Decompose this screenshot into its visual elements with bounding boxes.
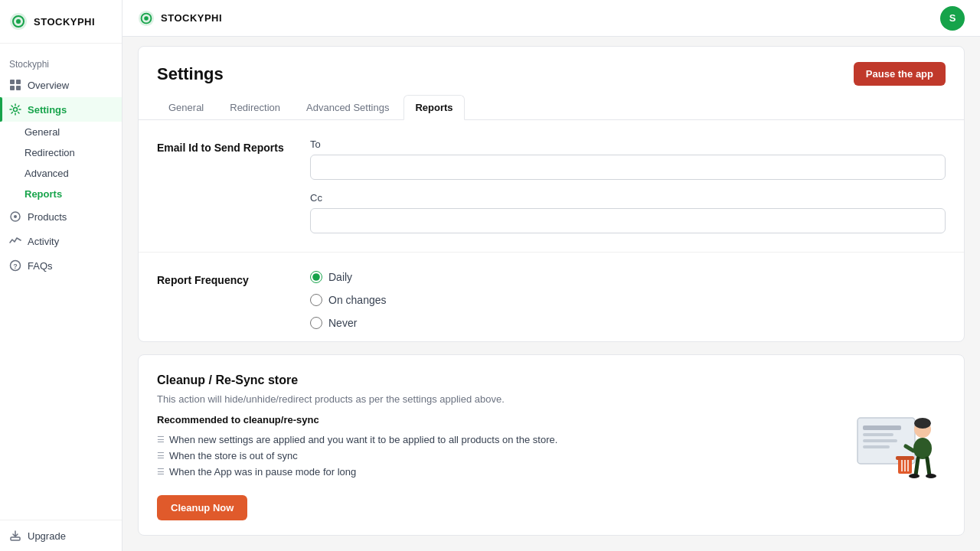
settings-card: Settings Pause the app General Redirecti… [138,46,965,342]
svg-rect-3 [10,80,15,84]
tab-reports[interactable]: Reports [403,95,464,120]
svg-point-7 [14,108,18,112]
frequency-section-label: Report Frequency [157,271,310,286]
sidebar-footer: Upgrade [0,520,122,551]
cleanup-now-button[interactable]: Cleanup Now [157,495,247,520]
radio-daily[interactable]: Daily [310,271,946,283]
svg-rect-18 [863,433,893,436]
svg-point-32 [909,474,920,478]
svg-text:?: ? [13,262,18,270]
email-section-label: Email Id to Send Reports [157,139,310,154]
sidebar-header: STOCKYPHI [0,0,122,44]
topbar-brand-name: STOCKYPHI [161,12,222,24]
sidebar-sub-item-advanced[interactable]: Advanced [0,163,122,184]
cleanup-list-item: When the store is out of sync [157,448,946,464]
svg-point-15 [144,16,149,21]
svg-rect-17 [863,425,901,430]
cc-input[interactable] [310,208,946,233]
sidebar-sub-item-reports[interactable]: Reports [0,184,122,204]
tab-general[interactable]: General [157,95,215,119]
reports-sub-label: Reports [24,188,62,200]
frequency-section-content: Daily On changes Never [310,271,946,329]
radio-group-frequency: Daily On changes Never [310,271,946,329]
cleanup-title: Cleanup / Re-Sync store [157,373,946,387]
cleanup-card: Cleanup / Re-Sync store This action will… [138,354,965,536]
svg-rect-12 [11,537,20,540]
email-section: Email Id to Send Reports To Cc [139,120,964,253]
topbar-logo-icon [138,10,155,27]
tabs-container: General Redirection Advanced Settings Re… [139,86,964,120]
svg-line-30 [916,458,918,475]
svg-rect-19 [863,439,897,442]
radio-never[interactable]: Never [310,317,946,329]
svg-point-21 [913,438,932,459]
svg-rect-6 [16,86,21,90]
sidebar-nav: Stockyphi Overview Settings [0,44,122,520]
upgrade-label: Upgrade [28,530,66,542]
svg-rect-4 [16,80,21,84]
sidebar-item-faqs[interactable]: ? FAQs [0,253,122,278]
card-header: Settings Pause the app [139,47,964,86]
svg-rect-5 [10,86,15,90]
topbar-brand: STOCKYPHI [138,10,222,27]
radio-on-changes-label: On changes [328,294,387,306]
radio-daily-input[interactable] [310,271,322,283]
sidebar-item-overview[interactable]: Overview [0,73,122,97]
main-content: Settings Pause the app General Redirecti… [122,0,980,551]
cleanup-list-item: When new settings are applied and you wa… [157,432,946,448]
svg-point-23 [914,418,931,429]
radio-on-changes[interactable]: On changes [310,294,946,306]
sidebar-item-activity[interactable]: Activity [0,229,122,253]
sidebar-sub-item-redirection[interactable]: Redirection [0,142,122,163]
general-sub-label: General [24,126,60,138]
advanced-sub-label: Advanced [24,168,69,179]
svg-point-33 [926,474,936,478]
upgrade-item[interactable]: Upgrade [9,530,113,542]
sidebar: STOCKYPHI Stockyphi Overview [0,0,122,551]
logo-icon [9,12,28,31]
svg-point-2 [16,19,21,24]
settings-icon [9,103,21,116]
cleanup-list-item: When the App was in pause mode for long [157,464,946,480]
to-input[interactable] [310,155,946,180]
faqs-icon: ? [9,259,21,272]
cc-label: Cc [310,192,946,204]
tab-redirection[interactable]: Redirection [218,95,292,119]
radio-never-input[interactable] [310,317,322,329]
email-section-content: To Cc [310,139,946,233]
avatar: S [940,6,965,31]
page-title: Settings [157,64,224,84]
products-label: Products [28,211,67,223]
pause-app-button[interactable]: Pause the app [854,62,946,86]
brand-name: STOCKYPHI [34,16,95,28]
svg-line-31 [927,458,929,475]
svg-rect-20 [863,445,890,448]
sidebar-sub-item-general[interactable]: General [0,122,122,142]
sidebar-item-settings[interactable]: Settings [0,97,122,122]
faqs-label: FAQs [28,260,53,272]
upgrade-icon [9,530,21,542]
settings-label: Settings [28,104,67,116]
radio-never-label: Never [328,317,357,329]
sidebar-item-products[interactable]: Products [0,204,122,229]
overview-label: Overview [28,80,69,91]
frequency-section: Report Frequency Daily On changes [139,253,964,342]
products-icon [9,210,21,223]
activity-icon [9,235,21,247]
cleanup-description: This action will hide/unhide/redirect pr… [157,393,946,405]
svg-rect-26 [896,456,914,460]
cleanup-illustration [854,406,946,483]
overview-icon [9,79,21,91]
redirection-sub-label: Redirection [24,147,75,158]
radio-on-changes-input[interactable] [310,294,322,306]
radio-daily-label: Daily [328,271,352,283]
tab-advanced-settings[interactable]: Advanced Settings [295,95,400,119]
activity-label: Activity [28,236,59,247]
cleanup-recommended: Recommended to cleanup/re-sync [157,414,946,425]
to-label: To [310,139,946,150]
nav-section-label: Stockyphi [0,50,122,73]
svg-point-9 [14,215,17,218]
cleanup-list: When new settings are applied and you wa… [157,432,946,480]
